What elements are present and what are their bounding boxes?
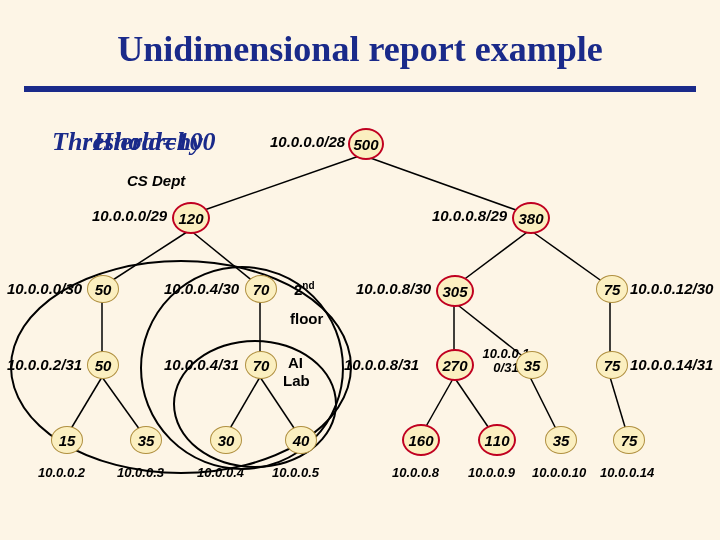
leaf-75: 75 [613,426,645,454]
node-30-8: 305 [436,275,474,307]
prefix-29-right: 10.0.0.8/29 [432,207,507,224]
svg-line-0 [190,155,362,215]
node-30-0: 50 [87,275,119,303]
node-29-right: 380 [512,202,550,234]
prefix-31-14: 10.0.0.14/31 [630,356,713,373]
svg-line-5 [530,230,610,287]
ip-3: 10.0.0.3 [117,465,164,480]
leaf-40: 40 [285,426,317,454]
node-31-8: 270 [436,349,474,381]
ip-8: 10.0.0.8 [392,465,439,480]
title-rule [24,86,696,92]
ip-2: 10.0.0.2 [38,465,85,480]
leaf-110: 110 [478,424,516,456]
ip-10: 10.0.0.10 [532,465,586,480]
node-31-2: 50 [87,351,119,379]
hierarchy-overlay: Hierarchy [93,127,203,157]
ai-label: AI [288,354,303,371]
node-31-4: 70 [245,351,277,379]
page-title: Unidimensional report example [0,0,720,70]
leaf-15: 15 [51,426,83,454]
node-30-4: 70 [245,275,277,303]
node-31-10: 35 [516,351,548,379]
ip-4: 10.0.0.4 [197,465,244,480]
floor-label: floor [290,310,323,327]
ip-9: 10.0.0.9 [468,465,515,480]
prefix-30-0: 10.0.0.0/30 [7,280,82,297]
lab-label: Lab [283,372,310,389]
root-prefix: 10.0.0.0/28 [270,133,345,150]
ip-5: 10.0.0.5 [272,465,319,480]
prefix-31-4: 10.0.0.4/31 [164,356,239,373]
ip-14: 10.0.0.14 [600,465,654,480]
node-29-left: 120 [172,202,210,234]
node-30-12: 75 [596,275,628,303]
prefix-31-8: 10.0.0.8/31 [344,356,419,373]
second-label: 2nd [294,280,315,298]
node-root: 500 [348,128,384,160]
prefix-30-12: 10.0.0.12/30 [630,280,713,297]
svg-line-1 [362,155,530,215]
leaf-160: 160 [402,424,440,456]
prefix-29-left: 10.0.0.0/29 [92,207,167,224]
leaf-30: 30 [210,426,242,454]
prefix-30-8: 10.0.0.8/30 [356,280,431,297]
node-31-12: 75 [596,351,628,379]
prefix-30-4: 10.0.0.4/30 [164,280,239,297]
cs-dept-label: CS Dept [127,172,185,189]
leaf-35a: 35 [130,426,162,454]
prefix-31-2: 10.0.0.2/31 [7,356,82,373]
leaf-35b: 35 [545,426,577,454]
